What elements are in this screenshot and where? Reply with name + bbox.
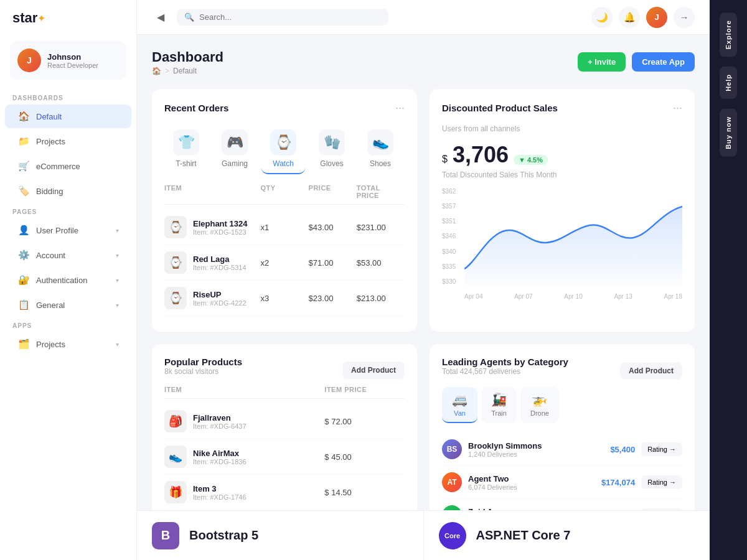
chart-x-label: Apr 18	[664, 293, 682, 300]
card-menu-icon[interactable]: ···	[673, 101, 682, 114]
product-id: Item: #XDG-1836	[193, 458, 247, 465]
agent-tab-van[interactable]: 🚐 Van	[442, 387, 477, 423]
projects-icon: 📁	[17, 135, 30, 147]
chart-x-label: Apr 04	[464, 293, 482, 300]
col-price: PRICE	[309, 184, 357, 199]
product-image: 🎁	[164, 481, 187, 503]
cat-tab-shoes[interactable]: 👟 Shoes	[359, 124, 402, 174]
sidebar-item-general[interactable]: 📋 General ▾	[5, 293, 131, 317]
product-details: Fjallraven Item: #XDG-6437	[193, 413, 247, 430]
aspnet-banner[interactable]: Core ASP.NET Core 7	[423, 510, 710, 560]
notifications-button[interactable]: 🔔	[619, 7, 640, 28]
product-name: Item 3	[193, 484, 247, 493]
sidebar-item-bidding[interactable]: 🏷️ Bidding	[5, 179, 131, 203]
product-details: Nike AirMax Item: #XDG-1836	[193, 449, 247, 465]
gloves-icon: 🧤	[319, 129, 345, 156]
product-image: ⌚	[164, 251, 187, 274]
order-total-price: $231.00	[357, 223, 405, 232]
cat-tab-gloves[interactable]: 🧤 Gloves	[310, 124, 354, 174]
agent-category-tabs: 🚐 Van 🚂 Train 🚁 Drone	[442, 387, 682, 423]
agent-tab-label: Van	[454, 409, 466, 417]
leading-agents-header: Leading Agents by Category Total 424,567…	[442, 357, 682, 385]
cat-tab-tshirt[interactable]: 👕 T-shirt	[164, 124, 208, 174]
popular-products-subtitle: 8k social visitors	[164, 367, 242, 376]
overlay-banners: B Bootstrap 5 Core ASP.NET Core 7	[137, 510, 710, 560]
cat-tab-watch[interactable]: ⌚ Watch	[261, 124, 305, 174]
theme-toggle-button[interactable]: 🌙	[591, 7, 613, 28]
product-id: Item: #XDG-6437	[193, 422, 247, 430]
order-qty: x2	[260, 258, 308, 268]
buy-now-button[interactable]: Buy now	[720, 109, 737, 157]
search-input[interactable]	[199, 12, 381, 22]
chart-svg-container	[464, 188, 682, 285]
rating-button[interactable]: Rating →	[641, 475, 682, 489]
sidebar-item-label: Account	[36, 251, 110, 260]
order-name: Red Laga	[193, 254, 247, 264]
search-bar[interactable]: 🔍	[177, 9, 388, 26]
rating-button[interactable]: Rating →	[641, 442, 682, 456]
explore-button[interactable]: Explore	[720, 12, 737, 57]
auth-icon: 🔐	[17, 274, 30, 286]
discounted-sales-header: Discounted Product Sales ···	[442, 101, 682, 114]
cat-tab-gaming[interactable]: 🎮 Gaming	[213, 124, 256, 174]
create-app-button[interactable]: Create App	[632, 52, 695, 72]
shoes-icon: 👟	[367, 129, 393, 156]
agent-tab-train[interactable]: 🚂 Train	[481, 387, 517, 423]
sidebar-item-account[interactable]: ⚙️ Account ▾	[5, 243, 131, 267]
product-name: Fjallraven	[193, 413, 247, 422]
collapse-sidebar-button[interactable]: ◀	[152, 9, 169, 26]
card-menu-icon[interactable]: ···	[395, 101, 405, 114]
order-price: $23.00	[309, 294, 357, 303]
general-icon: 📋	[17, 299, 30, 311]
page-title: Dashboard	[152, 49, 223, 65]
avatar: J	[17, 49, 41, 72]
chevron-down-icon: ▾	[116, 252, 119, 259]
col-total-price: TOTAL PRICE	[357, 184, 405, 199]
dollar-sign: $	[442, 154, 448, 165]
agent-deliveries: 1,240 Deliveries	[468, 450, 604, 458]
sidebar-item-user-profile[interactable]: 👤 User Profile ▾	[5, 218, 131, 242]
user-name: Johnson	[47, 52, 98, 62]
sidebar-item-authentication[interactable]: 🔐 Authentication ▾	[5, 268, 131, 292]
recent-orders-title: Recent Orders	[164, 103, 228, 113]
add-product-button-agents[interactable]: Add Product	[620, 362, 682, 380]
discounted-sales-title: Discounted Product Sales	[442, 103, 558, 113]
order-item: ⌚ Elephant 1324 Item: #XDG-1523	[164, 216, 260, 238]
gaming-icon: 🎮	[222, 129, 248, 156]
sidebar-item-projects[interactable]: 📁 Projects	[5, 129, 131, 153]
order-item: ⌚ Red Laga Item: #XDG-5314	[164, 251, 260, 274]
col-item: ITEM	[164, 184, 260, 199]
recent-orders-header: Recent Orders ···	[164, 101, 405, 114]
list-item: AT Agent Two 6,074 Deliveries $174,074 R…	[442, 466, 682, 499]
agent-tab-drone[interactable]: 🚁 Drone	[520, 387, 559, 423]
help-button[interactable]: Help	[720, 67, 737, 99]
sidebar-item-label: Authentication	[36, 276, 110, 285]
user-profile-card[interactable]: J Johnson React Developer	[10, 41, 126, 80]
sidebar-item-apps-projects[interactable]: 🗂️ Projects ▾	[5, 332, 131, 356]
arrow-right-icon[interactable]: →	[674, 7, 695, 28]
product-item: 🎒 Fjallraven Item: #XDG-6437	[164, 410, 324, 432]
user-avatar-topbar[interactable]: J	[646, 7, 667, 28]
product-image: 🎒	[164, 410, 187, 432]
chart-fill	[464, 207, 682, 285]
discounted-sales-card: Discounted Product Sales ··· Users from …	[430, 89, 695, 332]
sidebar-item-default[interactable]: 🏠 Default	[5, 105, 131, 128]
product-item: 🎁 Item 3 Item: #XDG-1746	[164, 481, 324, 503]
add-product-button[interactable]: Add Product	[342, 362, 405, 379]
main-content: ◀ 🔍 🌙 🔔 J → Dashboard 🏠 > Default	[137, 0, 710, 560]
tshirt-icon: 👕	[173, 129, 199, 156]
pop-table-header: ITEM ITEM PRICE	[164, 386, 405, 399]
sidebar-item-ecommerce[interactable]: 🛒 eCommerce	[5, 154, 131, 178]
recent-orders-card: Recent Orders ··· 👕 T-shirt 🎮 Gaming ⌚	[152, 89, 417, 332]
leading-agents-title: Leading Agents by Category	[442, 357, 568, 367]
agent-tab-label: Train	[491, 409, 507, 417]
col-item-price: ITEM PRICE	[324, 386, 405, 393]
invite-button[interactable]: + Invite	[578, 52, 626, 72]
breadcrumb: 🏠 > Default	[152, 67, 223, 75]
sales-number: 3,706	[453, 142, 509, 168]
cards-row: Recent Orders ··· 👕 T-shirt 🎮 Gaming ⌚	[152, 89, 695, 332]
popular-products-header: Popular Products 8k social visitors Add …	[164, 357, 405, 383]
agent-deliveries: 6,074 Deliveries	[468, 483, 595, 491]
bootstrap-banner[interactable]: B Bootstrap 5	[137, 510, 423, 560]
sidebar-item-label: Default	[36, 112, 119, 121]
